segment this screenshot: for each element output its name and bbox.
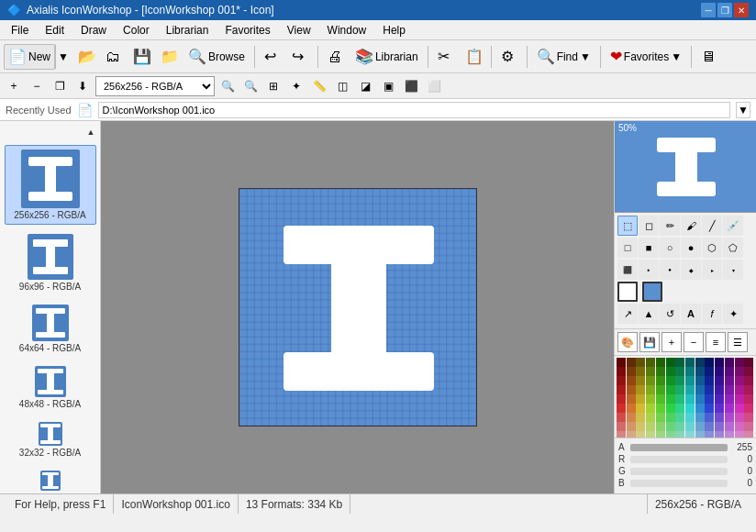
- open-button[interactable]: 📂: [73, 44, 99, 70]
- palette-color[interactable]: [705, 385, 714, 394]
- palette-color[interactable]: [725, 376, 734, 385]
- copy-button[interactable]: 📋: [461, 44, 486, 70]
- palette-color[interactable]: [646, 367, 655, 376]
- test-btn5[interactable]: ⬜: [424, 76, 444, 96]
- add-size-button[interactable]: +: [4, 76, 24, 96]
- palette-color[interactable]: [617, 358, 626, 367]
- palette-color[interactable]: [715, 385, 724, 394]
- palette-color[interactable]: [695, 358, 705, 367]
- tool-pencil[interactable]: ✏: [660, 216, 680, 236]
- palette-color[interactable]: [656, 367, 665, 376]
- palette-color[interactable]: [744, 367, 753, 376]
- palette-color[interactable]: [744, 404, 753, 413]
- palette-color[interactable]: [735, 394, 744, 404]
- slider-track-a[interactable]: [630, 444, 728, 451]
- test-btn3[interactable]: ▣: [378, 76, 398, 96]
- palette-color[interactable]: [666, 413, 675, 422]
- grid-button[interactable]: ⊞: [263, 76, 284, 96]
- palette-color[interactable]: [675, 431, 684, 438]
- menu-window[interactable]: Window: [320, 22, 374, 39]
- palette-color[interactable]: [735, 422, 744, 431]
- palette-color[interactable]: [725, 367, 734, 376]
- palette-color[interactable]: [636, 422, 645, 431]
- favorites-button[interactable]: ❤ Favorites ▼: [606, 44, 686, 70]
- palette-color[interactable]: [617, 385, 626, 394]
- palette-color[interactable]: [725, 413, 734, 422]
- palette-color[interactable]: [715, 376, 724, 385]
- palette-color[interactable]: [735, 385, 744, 394]
- palette-color[interactable]: [725, 431, 734, 438]
- palette-color[interactable]: [617, 431, 626, 438]
- palette-color[interactable]: [675, 367, 684, 376]
- palette-color[interactable]: [627, 404, 636, 413]
- menu-view[interactable]: View: [280, 22, 318, 39]
- palette-color[interactable]: [617, 394, 626, 404]
- palette-color[interactable]: [627, 358, 636, 367]
- zoom-in-button[interactable]: 🔍: [217, 76, 238, 96]
- palette-color[interactable]: [656, 376, 665, 385]
- palette-color[interactable]: [715, 367, 724, 376]
- find-button[interactable]: 🔍 Find ▼: [532, 44, 595, 70]
- menu-draw[interactable]: Draw: [73, 22, 114, 39]
- icon-size-256[interactable]: 256x256 - RGB/A: [5, 145, 96, 225]
- palette-color[interactable]: [636, 413, 645, 422]
- palette-color[interactable]: [695, 376, 705, 385]
- palette-color[interactable]: [744, 358, 753, 367]
- palette-color[interactable]: [627, 394, 636, 404]
- ruler-button[interactable]: 📏: [309, 76, 329, 96]
- palette-color[interactable]: [666, 404, 675, 413]
- browse-button[interactable]: 🔍 Browse: [183, 44, 250, 70]
- palette-color[interactable]: [617, 376, 626, 385]
- palette-color[interactable]: [705, 422, 714, 431]
- palette-color[interactable]: [666, 376, 675, 385]
- palette-color[interactable]: [666, 385, 675, 394]
- palette-color[interactable]: [685, 358, 695, 367]
- palette-color[interactable]: [685, 431, 695, 438]
- tool-dot2[interactable]: ▪: [639, 260, 659, 280]
- palette-color[interactable]: [646, 431, 655, 438]
- palette-color[interactable]: [695, 367, 705, 376]
- librarian-button[interactable]: 📚 Librarian: [350, 44, 423, 70]
- palette-color[interactable]: [646, 422, 655, 431]
- palette-color[interactable]: [735, 413, 744, 422]
- palette-color[interactable]: [666, 358, 675, 367]
- tool-circle-fill[interactable]: ●: [681, 238, 701, 258]
- palette-color[interactable]: [656, 385, 665, 394]
- settings-button[interactable]: ⚙: [496, 44, 522, 70]
- palette-color[interactable]: [666, 367, 675, 376]
- tool-dot4[interactable]: ◆: [681, 260, 701, 280]
- palette-color[interactable]: [685, 385, 695, 394]
- palette-color[interactable]: [725, 404, 734, 413]
- remove-size-button[interactable]: −: [27, 76, 47, 96]
- tool-circle-outline[interactable]: ○: [660, 238, 680, 258]
- palette-color[interactable]: [636, 394, 645, 404]
- palette-color[interactable]: [685, 422, 695, 431]
- palette-color[interactable]: [705, 413, 714, 422]
- palette-color[interactable]: [744, 431, 753, 438]
- palette-color[interactable]: [627, 367, 636, 376]
- palette-color[interactable]: [705, 367, 714, 376]
- tool-triangle[interactable]: ▲: [639, 304, 659, 324]
- icon-size-24[interactable]: 24x24 - RGB/A: [5, 467, 96, 493]
- menu-favorites[interactable]: Favorites: [217, 22, 277, 39]
- palette-color[interactable]: [735, 367, 744, 376]
- palette-color[interactable]: [744, 394, 753, 404]
- palette-color[interactable]: [685, 376, 695, 385]
- palette-color[interactable]: [617, 367, 626, 376]
- tool-text[interactable]: A: [681, 304, 701, 324]
- tool-lasso[interactable]: ⬠: [723, 238, 743, 258]
- test-btn1[interactable]: ◫: [332, 76, 352, 96]
- tool-dot1[interactable]: ⬛: [617, 260, 638, 280]
- palette-color[interactable]: [656, 358, 665, 367]
- icon-size-96[interactable]: 96x96 - RGB/A: [5, 230, 96, 295]
- palette-color[interactable]: [627, 376, 636, 385]
- size-selector[interactable]: 256x256 - RGB/A 128x128 - RGB/A 96x96 - …: [95, 76, 215, 96]
- palette-color[interactable]: [715, 431, 724, 438]
- palette-color[interactable]: [666, 431, 675, 438]
- palette-color[interactable]: [685, 394, 695, 404]
- slider-track-b[interactable]: [630, 480, 728, 487]
- duplicate-size-button[interactable]: ❐: [50, 76, 70, 96]
- tool-rect-fill[interactable]: ■: [639, 238, 659, 258]
- open2-button[interactable]: 🗂: [101, 44, 127, 70]
- palette-color[interactable]: [685, 413, 695, 422]
